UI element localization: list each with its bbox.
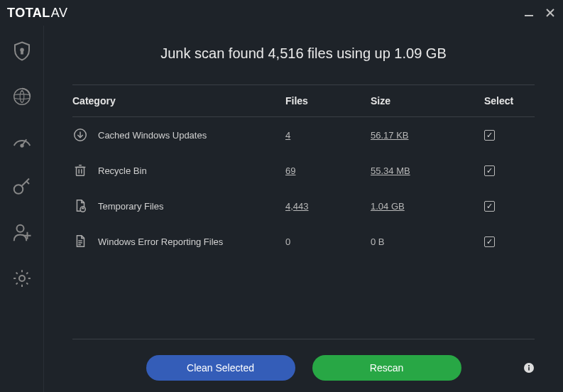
- sidebar-item-settings[interactable]: [9, 266, 35, 291]
- category-cell: Temporary Files: [72, 198, 285, 214]
- clean-selected-button[interactable]: Clean Selected: [146, 355, 295, 381]
- col-header-category: Category: [72, 95, 285, 107]
- trash-icon: [72, 163, 88, 178]
- window-controls: [523, 7, 556, 18]
- info-icon[interactable]: [523, 362, 535, 374]
- files-value: 0: [285, 236, 290, 247]
- svg-point-22: [80, 207, 85, 212]
- size-value: 0 B: [371, 236, 385, 247]
- svg-point-14: [19, 276, 25, 281]
- titlebar: TOTALAV: [0, 0, 563, 26]
- files-value[interactable]: 69: [285, 165, 295, 176]
- files-value[interactable]: 4: [285, 130, 290, 141]
- select-checkbox[interactable]: ✓: [484, 165, 495, 176]
- size-value[interactable]: 55.34 MB: [371, 165, 410, 176]
- category-cell: Recycle Bin: [72, 163, 285, 178]
- files-value[interactable]: 4,443: [285, 201, 309, 212]
- svg-point-8: [13, 185, 23, 194]
- select-checkbox[interactable]: ✓: [484, 236, 495, 247]
- col-header-files: Files: [285, 95, 371, 107]
- table-row: Windows Error Reporting Files 0 0 B ✓: [72, 224, 535, 259]
- sidebar-item-family[interactable]: [9, 220, 35, 246]
- error-report-icon: [72, 234, 88, 249]
- sidebar-item-performance[interactable]: [9, 129, 35, 155]
- sidebar-item-antivirus[interactable]: [9, 38, 35, 64]
- minimize-button[interactable]: [523, 7, 535, 18]
- category-label: Temporary Files: [98, 201, 163, 212]
- table-header: Category Files Size Select: [72, 85, 535, 117]
- category-label: Windows Error Reporting Files: [98, 236, 223, 247]
- svg-point-11: [16, 225, 23, 232]
- temp-file-icon: [72, 198, 88, 214]
- table-row: Recycle Bin 69 55.34 MB ✓: [72, 153, 535, 188]
- sidebar-item-privacy[interactable]: [9, 84, 35, 109]
- results-table: Category Files Size Select Cached Window…: [72, 85, 535, 339]
- category-label: Cached Windows Updates: [98, 130, 207, 141]
- logo-bold: TOTAL: [7, 6, 50, 21]
- download-circle-icon: [72, 127, 88, 143]
- svg-line-10: [26, 181, 29, 184]
- col-header-select: Select: [484, 95, 535, 107]
- app-logo: TOTALAV: [7, 6, 68, 21]
- logo-thin: AV: [51, 6, 68, 21]
- svg-point-28: [528, 365, 530, 366]
- table-row: Temporary Files 4,443 1.04 GB ✓: [72, 188, 535, 224]
- rescan-button[interactable]: Rescan: [312, 355, 461, 381]
- sidebar-item-password[interactable]: [9, 175, 35, 200]
- svg-rect-4: [21, 51, 23, 54]
- svg-rect-29: [528, 367, 530, 371]
- category-cell: Windows Error Reporting Files: [72, 234, 285, 249]
- select-checkbox[interactable]: ✓: [484, 130, 495, 141]
- category-cell: Cached Windows Updates: [72, 127, 285, 143]
- footer-actions: Clean Selected Rescan: [72, 339, 535, 381]
- size-value[interactable]: 1.04 GB: [371, 201, 405, 212]
- page-title: Junk scan found 4,516 files using up 1.0…: [72, 45, 535, 62]
- col-header-size: Size: [371, 95, 484, 107]
- sidebar: [0, 26, 44, 392]
- select-checkbox[interactable]: ✓: [484, 201, 495, 212]
- table-row: Cached Windows Updates 4 56.17 KB ✓: [72, 117, 535, 153]
- category-label: Recycle Bin: [98, 165, 147, 176]
- size-value[interactable]: 56.17 KB: [371, 130, 409, 141]
- svg-rect-17: [77, 167, 84, 175]
- close-button[interactable]: [545, 7, 556, 18]
- main-content: Junk scan found 4,516 files using up 1.0…: [44, 26, 563, 392]
- svg-point-7: [21, 144, 23, 146]
